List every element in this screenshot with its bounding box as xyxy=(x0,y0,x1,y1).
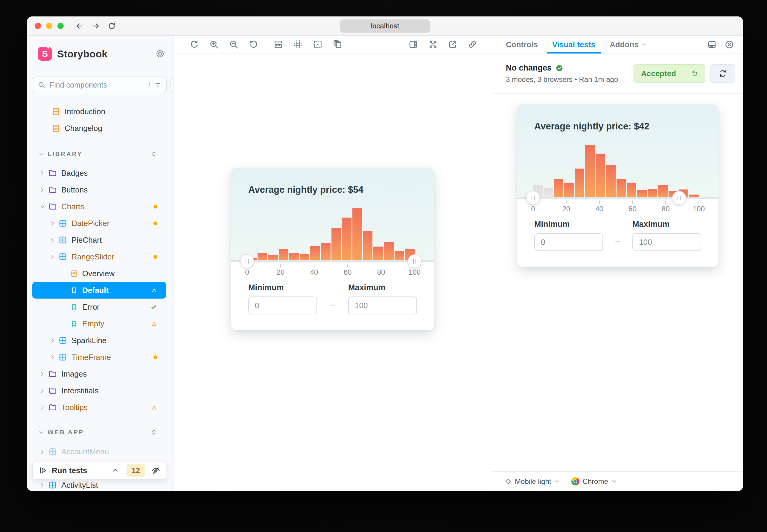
chevron-right-icon xyxy=(49,337,56,344)
storybook-logo-icon: S xyxy=(38,47,52,61)
expand-collapse-icon xyxy=(150,150,157,158)
sidebar-item-empty[interactable]: Empty xyxy=(32,315,166,332)
row-status-badge xyxy=(153,205,157,209)
sidebar-item-sparkline[interactable]: SparkLine xyxy=(32,332,166,349)
undo-accept-button[interactable] xyxy=(684,65,705,82)
story-copies-button[interactable] xyxy=(328,38,347,51)
maximum-input[interactable] xyxy=(348,296,417,314)
chevron-down-icon xyxy=(611,479,617,484)
panel-header: ControlsVisual testsAddons xyxy=(493,36,743,54)
search-icon xyxy=(38,81,45,89)
undo-icon xyxy=(690,69,699,78)
check-circle-icon xyxy=(555,64,563,72)
sidebar-item-accountmenu[interactable]: AccountMenu xyxy=(32,443,166,460)
sidebar-item-badges[interactable]: Badges xyxy=(32,165,166,181)
sidebar-item-default[interactable]: Default xyxy=(32,282,166,299)
create-story-button[interactable] xyxy=(170,77,173,93)
rerun-tests-button[interactable] xyxy=(710,64,735,83)
search-input[interactable] xyxy=(49,80,146,90)
chevron-right-icon xyxy=(49,354,56,360)
fullscreen-icon xyxy=(428,39,438,49)
doc-icon xyxy=(70,270,78,278)
zoom-out-button[interactable] xyxy=(224,38,244,51)
sidebar-item-buttons[interactable]: Buttons xyxy=(32,181,166,198)
forward-button[interactable] xyxy=(91,22,100,30)
slider-handle[interactable] xyxy=(408,254,421,268)
slider-track[interactable] xyxy=(517,197,719,199)
sidebar-section-library[interactable]: LIBRARY xyxy=(32,146,166,162)
search-box[interactable]: / xyxy=(32,77,167,93)
item-label: RangeSlider xyxy=(71,252,114,262)
component-icon xyxy=(58,336,67,345)
histogram-bar xyxy=(627,183,636,199)
sidebar-item-tooltips[interactable]: Tooltips xyxy=(32,399,166,416)
tab-addons[interactable]: Addons xyxy=(610,36,647,53)
window-controls xyxy=(35,23,64,29)
slider-handle[interactable] xyxy=(672,191,686,205)
chevron-up-icon[interactable] xyxy=(111,467,119,474)
sidebar-item-error[interactable]: Error xyxy=(32,299,166,315)
link-button[interactable] xyxy=(462,38,482,51)
component-icon xyxy=(48,481,57,490)
measure-button[interactable] xyxy=(268,38,288,51)
remount-button[interactable] xyxy=(184,38,204,51)
watch-mode-icon[interactable] xyxy=(151,466,160,475)
section-label: LIBRARY xyxy=(48,150,82,158)
zoom-in-button[interactable] xyxy=(204,38,224,51)
sidebar-item-introduction[interactable]: Introduction xyxy=(32,103,166,120)
minimum-input[interactable] xyxy=(534,233,603,251)
link-icon xyxy=(467,39,477,49)
slider-track[interactable] xyxy=(231,260,434,262)
sidebar-item-charts[interactable]: Charts xyxy=(32,198,166,215)
forward-icon xyxy=(91,22,100,30)
slider-handle[interactable] xyxy=(240,254,254,268)
outline-button[interactable] xyxy=(308,38,328,51)
minimize-window-button[interactable] xyxy=(46,23,52,29)
accepted-button[interactable]: Accepted xyxy=(633,64,705,83)
tab-controls[interactable]: Controls xyxy=(506,36,538,53)
panel-bottom-button[interactable] xyxy=(707,40,717,49)
slider-handle[interactable] xyxy=(526,191,540,205)
sidebar-item-interstitials[interactable]: Interstitials xyxy=(32,382,166,399)
sidebar-item-timeframe[interactable]: TimeFrame xyxy=(32,349,166,366)
item-label: AccountMenu xyxy=(61,447,109,456)
close-button[interactable] xyxy=(725,40,734,49)
sidebar-item-images[interactable]: Images xyxy=(32,366,166,382)
back-button[interactable] xyxy=(75,22,84,30)
mode-select[interactable]: Mobile light xyxy=(515,477,551,486)
sidebar-item-datepicker[interactable]: DatePicker xyxy=(32,215,166,232)
close-window-button[interactable] xyxy=(35,23,41,29)
sidebar-section-web-app[interactable]: WEB APP xyxy=(32,424,166,441)
sidebar-item-piechart[interactable]: PieChart xyxy=(32,232,166,248)
chevron-right-icon xyxy=(39,482,45,488)
item-label: Empty xyxy=(82,319,104,328)
chevron-right-icon xyxy=(39,449,45,455)
fullscreen-button[interactable] xyxy=(423,38,443,51)
close-icon xyxy=(725,40,734,49)
filter-icon[interactable] xyxy=(154,81,161,88)
maximum-input[interactable] xyxy=(633,233,701,251)
axis-tick xyxy=(566,201,566,204)
search-row: / xyxy=(32,77,166,93)
axis-tick xyxy=(314,264,314,267)
sidebar-item-rangeslider[interactable]: RangeSlider xyxy=(32,248,166,265)
reload-icon xyxy=(107,22,116,30)
sidebar-item-overview[interactable]: Overview xyxy=(32,265,166,282)
zoom-reset-button[interactable] xyxy=(244,38,263,51)
run-tests-bar[interactable]: Run tests 12 xyxy=(32,461,166,480)
zoom-window-button[interactable] xyxy=(57,23,64,29)
panel-right-button[interactable] xyxy=(403,38,423,51)
sidebar-item-changelog[interactable]: Changelog xyxy=(32,120,166,137)
tab-visual-tests[interactable]: Visual tests xyxy=(552,36,595,53)
minimum-input[interactable] xyxy=(248,296,317,314)
address-bar[interactable]: localhost xyxy=(340,19,430,33)
accepted-label: Accepted xyxy=(633,65,684,82)
open-external-button[interactable] xyxy=(443,38,462,51)
browser-select[interactable]: Chrome xyxy=(583,477,608,486)
settings-button[interactable] xyxy=(155,49,165,59)
histogram-bar xyxy=(554,179,563,199)
status-text: No changes 3 modes, 3 browsers • Ran 1m … xyxy=(506,63,633,84)
reload-button[interactable] xyxy=(107,22,116,30)
grid-button[interactable] xyxy=(288,38,308,51)
folder-icon xyxy=(48,185,57,194)
